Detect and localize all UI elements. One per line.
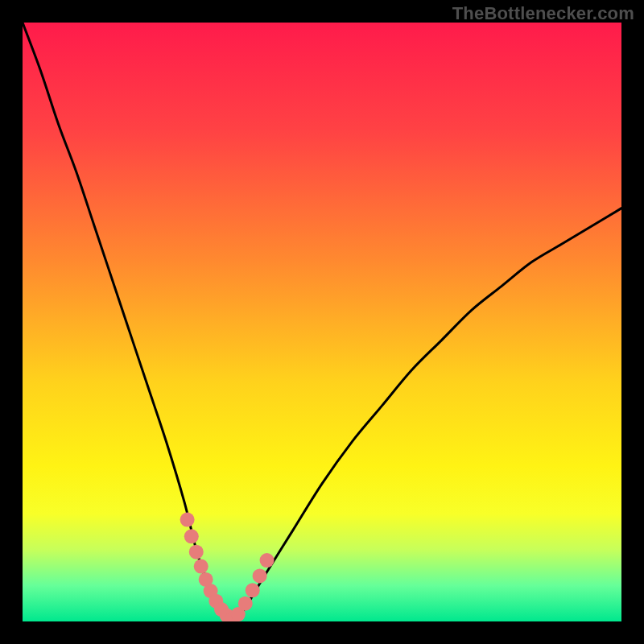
chart-area xyxy=(23,23,621,621)
outer-frame: TheBottlenecker.com xyxy=(0,0,644,644)
chart-svg xyxy=(23,23,621,621)
marker-dot xyxy=(246,583,260,597)
marker-dot xyxy=(253,568,267,583)
marker-dot xyxy=(184,529,199,543)
marker-dot xyxy=(260,553,275,568)
marker-dot xyxy=(238,597,253,611)
marker-dot xyxy=(194,559,208,574)
marker-dot xyxy=(180,513,195,527)
gradient-background xyxy=(23,23,621,621)
watermark-text: TheBottlenecker.com xyxy=(452,3,634,24)
marker-dot xyxy=(189,545,204,559)
